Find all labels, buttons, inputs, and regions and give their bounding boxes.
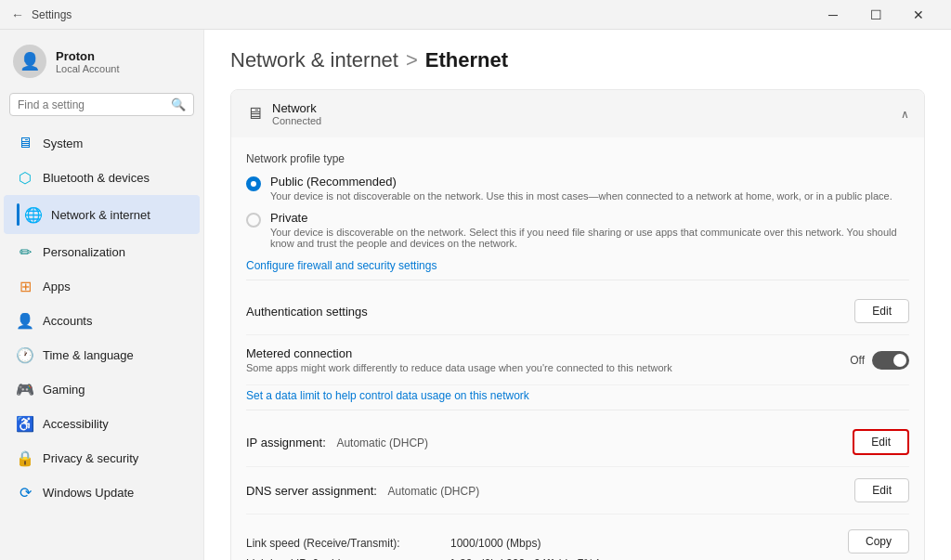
sidebar-item-gaming[interactable]: 🎮 Gaming	[4, 372, 200, 406]
sidebar: 👤 Proton Local Account 🔍 🖥 System ⬡ Blue…	[0, 30, 204, 560]
data-limit-link[interactable]: Set a data limit to help control data us…	[246, 389, 909, 402]
sidebar-item-label: Bluetooth & devices	[43, 171, 150, 185]
back-button[interactable]: ←	[11, 7, 24, 22]
network-icon: 🌐	[25, 206, 42, 223]
update-icon: ⟳	[17, 484, 33, 501]
sidebar-item-label: Gaming	[43, 383, 85, 397]
search-box[interactable]: 🔍	[9, 93, 194, 116]
network-card-icon: 🖥	[246, 104, 263, 124]
sidebar-item-label: Time & language	[43, 348, 134, 362]
copy-button[interactable]: Copy	[848, 529, 909, 553]
title-bar: ← Settings ─ ☐ ✕	[0, 0, 951, 30]
sidebar-item-label: System	[43, 137, 83, 150]
radio-private[interactable]: Private Your device is discoverable on t…	[246, 211, 909, 249]
network-card-text: Network Connected	[272, 101, 321, 126]
user-name: Proton	[56, 49, 120, 63]
metered-connection-row: Metered connection Some apps might work …	[246, 335, 909, 385]
personalization-icon: ✏	[17, 243, 33, 260]
sidebar-item-network[interactable]: 🌐 Network & internet	[4, 195, 200, 234]
divider-2	[246, 410, 909, 410]
breadcrumb-separator: >	[406, 48, 418, 72]
sidebar-nav: 🖥 System ⬡ Bluetooth & devices 🌐 Network…	[0, 125, 203, 510]
sidebar-item-label: Accessibility	[43, 417, 109, 431]
radio-private-text: Private Your device is discoverable on t…	[270, 211, 909, 249]
dns-assignment-text: DNS server assignment: Automatic (DHCP)	[246, 484, 479, 498]
minimize-button[interactable]: ─	[812, 0, 854, 30]
network-card-title: Network	[272, 101, 321, 115]
ip-assignment-value: Automatic (DHCP)	[336, 436, 428, 449]
maximize-button[interactable]: ☐	[854, 0, 897, 30]
sidebar-item-label: Personalization	[43, 245, 125, 259]
title-bar-left: ← Settings	[11, 7, 72, 22]
metered-toggle-label: Off	[850, 354, 865, 367]
auth-settings-edit-button[interactable]: Edit	[854, 299, 909, 323]
apps-icon: ⊞	[17, 278, 33, 294]
dns-assignment-edit-button[interactable]: Edit	[854, 478, 909, 502]
auth-settings-label: Authentication settings	[246, 305, 368, 319]
sidebar-item-label: Apps	[43, 280, 71, 293]
sidebar-item-system[interactable]: 🖥 System	[4, 126, 200, 160]
metered-toggle[interactable]	[872, 351, 909, 370]
radio-public-text: Public (Recommended) Your device is not …	[270, 175, 892, 202]
gaming-icon: 🎮	[17, 381, 33, 397]
network-card-subtitle: Connected	[272, 115, 321, 126]
main-content: Network & internet > Ethernet 🖥 Network …	[204, 30, 951, 560]
bluetooth-icon: ⬡	[17, 169, 33, 186]
firewall-link[interactable]: Configure firewall and security settings	[246, 259, 436, 272]
sidebar-item-label: Accounts	[43, 314, 92, 328]
radio-private-circle[interactable]	[246, 213, 261, 228]
search-icon: 🔍	[171, 98, 186, 111]
sidebar-item-label: Network & internet	[51, 208, 150, 222]
search-input[interactable]	[18, 98, 165, 111]
sidebar-item-label: Windows Update	[43, 486, 134, 500]
info-val-0: 1000/1000 (Mbps)	[450, 537, 541, 550]
ip-assignment-row: IP assignment: Automatic (DHCP) Edit	[246, 418, 909, 467]
app-body: 👤 Proton Local Account 🔍 🖥 System ⬡ Blue…	[0, 30, 951, 560]
sidebar-item-apps[interactable]: ⊞ Apps	[4, 269, 200, 303]
radio-public-label: Public (Recommended)	[270, 175, 892, 189]
sidebar-item-accounts[interactable]: 👤 Accounts	[4, 304, 200, 337]
system-icon: 🖥	[17, 135, 33, 151]
network-card-header-left: 🖥 Network Connected	[246, 101, 321, 126]
network-card-body: Network profile type Public (Recommended…	[231, 137, 924, 560]
sidebar-item-time[interactable]: 🕐 Time & language	[4, 338, 200, 371]
breadcrumb-parent: Network & internet	[230, 48, 398, 72]
sidebar-item-windows-update[interactable]: ⟳ Windows Update	[4, 475, 200, 509]
privacy-icon: 🔒	[17, 449, 33, 466]
chevron-up-icon: ∧	[901, 108, 909, 121]
sidebar-item-label: Privacy & security	[43, 451, 138, 465]
time-icon: 🕐	[17, 346, 33, 363]
sidebar-item-personalization[interactable]: ✏ Personalization	[4, 235, 200, 268]
user-profile[interactable]: 👤 Proton Local Account	[0, 30, 203, 89]
metered-connection-desc: Some apps might work differently to redu…	[246, 362, 672, 373]
sidebar-item-privacy[interactable]: 🔒 Privacy & security	[4, 441, 200, 475]
accessibility-icon: ♿	[17, 415, 33, 432]
close-button[interactable]: ✕	[897, 0, 940, 30]
metered-connection-label: Metered connection	[246, 346, 672, 360]
network-card-header[interactable]: 🖥 Network Connected ∧	[231, 90, 924, 137]
breadcrumb: Network & internet > Ethernet	[230, 48, 925, 72]
radio-public-desc: Your device is not discoverable on the n…	[270, 190, 892, 202]
radio-private-desc: Your device is discoverable on the netwo…	[270, 227, 909, 249]
radio-public[interactable]: Public (Recommended) Your device is not …	[246, 175, 909, 202]
dns-assignment-value: Automatic (DHCP)	[388, 485, 480, 498]
avatar: 👤	[13, 45, 46, 78]
user-type: Local Account	[56, 63, 120, 74]
link-info-row: Link speed (Receive/Transmit): 1000/1000…	[246, 514, 909, 560]
metered-connection-text: Metered connection Some apps might work …	[246, 346, 672, 373]
metered-toggle-container: Off	[850, 351, 909, 370]
sidebar-item-bluetooth[interactable]: ⬡ Bluetooth & devices	[4, 161, 200, 194]
sidebar-item-accessibility[interactable]: ♿ Accessibility	[4, 407, 200, 440]
app-title: Settings	[32, 8, 72, 21]
ip-assignment-edit-button[interactable]: Edit	[853, 429, 909, 455]
divider	[246, 280, 909, 280]
dns-assignment-label: DNS server assignment:	[246, 484, 377, 498]
user-info: Proton Local Account	[56, 49, 120, 74]
window-controls: ─ ☐ ✕	[812, 0, 940, 30]
ip-assignment-text: IP assignment: Automatic (DHCP)	[246, 436, 428, 449]
dns-assignment-row: DNS server assignment: Automatic (DHCP) …	[246, 467, 909, 514]
breadcrumb-current: Ethernet	[425, 48, 508, 72]
radio-public-circle[interactable]	[246, 176, 261, 191]
active-indicator	[17, 203, 20, 226]
info-row-0: Link speed (Receive/Transmit): 1000/1000…	[246, 533, 833, 553]
